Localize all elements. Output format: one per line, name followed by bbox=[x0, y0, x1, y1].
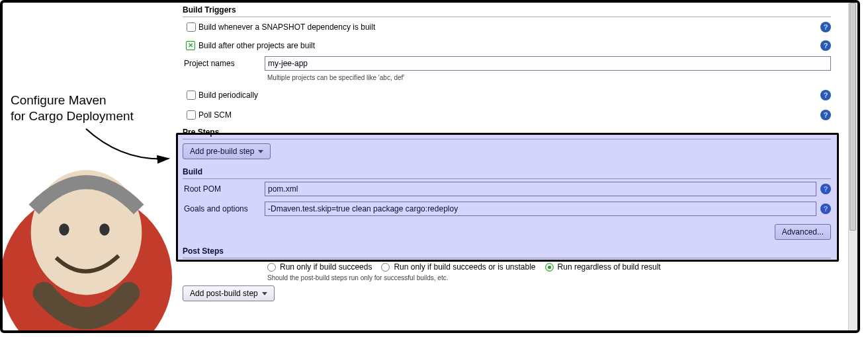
project-names-label: Project names bbox=[183, 59, 265, 68]
dropdown-caret-icon bbox=[262, 292, 267, 295]
add-pre-build-step-button[interactable]: Add pre-build step bbox=[183, 143, 271, 159]
help-icon[interactable]: ? bbox=[820, 184, 831, 194]
radio-icon bbox=[267, 263, 276, 272]
root-pom-input[interactable] bbox=[265, 182, 816, 196]
dropdown-caret-icon bbox=[258, 150, 263, 153]
annotation-label: Configure Maven for Cargo Deployment bbox=[11, 93, 134, 124]
help-icon[interactable]: ? bbox=[820, 90, 831, 100]
project-names-row: Project names bbox=[183, 54, 831, 73]
post-steps-radio-regardless[interactable]: Run regardless of build result bbox=[545, 262, 661, 272]
goals-input[interactable] bbox=[265, 202, 816, 216]
trigger-snapshot-label: Build whenever a SNAPSHOT dependency is … bbox=[198, 22, 816, 32]
annotation-line2: for Cargo Deployment bbox=[11, 108, 134, 124]
section-post-steps-title: Post Steps bbox=[183, 244, 831, 258]
trigger-after-projects-checkbox[interactable]: ✕ bbox=[186, 41, 195, 50]
post-steps-radio-regardless-label: Run regardless of build result bbox=[558, 262, 661, 272]
project-names-hint: Multiple projects can be specified like … bbox=[183, 73, 831, 85]
trigger-after-projects-label: Build after other projects are built bbox=[198, 41, 816, 50]
help-icon[interactable]: ? bbox=[820, 204, 831, 214]
annotation-line1: Configure Maven bbox=[11, 93, 134, 108]
trigger-pollscm-row: Poll SCM ? bbox=[183, 105, 831, 125]
post-steps-radio-succeeds-label: Run only if build succeeds bbox=[280, 262, 372, 272]
advanced-button-label: Advanced... bbox=[782, 227, 824, 237]
post-steps-hint: Should the post-build steps run only for… bbox=[183, 273, 831, 285]
post-steps-radio-unstable-label: Run only if build succeeds or is unstabl… bbox=[394, 262, 535, 272]
trigger-after-projects-row: ✕ Build after other projects are built ? bbox=[183, 37, 831, 54]
trigger-periodically-row: Build periodically ? bbox=[183, 85, 831, 105]
annotation-arrow-icon bbox=[83, 126, 182, 175]
post-steps-radio-unstable[interactable]: Run only if build succeeds or is unstabl… bbox=[381, 262, 535, 272]
section-pre-steps-title: Pre Steps bbox=[183, 125, 831, 139]
root-pom-label: Root POM bbox=[183, 184, 265, 194]
post-steps-radio-succeeds[interactable]: Run only if build succeeds bbox=[267, 262, 372, 272]
goals-row: Goals and options ? bbox=[183, 199, 831, 219]
goals-label: Goals and options bbox=[183, 204, 265, 213]
trigger-snapshot-row: Build whenever a SNAPSHOT dependency is … bbox=[183, 17, 831, 37]
add-post-build-step-label: Add post-build step bbox=[190, 289, 258, 298]
help-icon[interactable]: ? bbox=[820, 40, 831, 51]
trigger-periodically-checkbox[interactable] bbox=[187, 91, 196, 100]
trigger-pollscm-label: Poll SCM bbox=[198, 110, 816, 120]
trigger-snapshot-checkbox[interactable] bbox=[187, 22, 196, 32]
trigger-periodically-label: Build periodically bbox=[198, 91, 816, 100]
help-icon[interactable]: ? bbox=[820, 22, 831, 32]
section-build-title: Build bbox=[183, 165, 831, 179]
scrollbar-thumb[interactable] bbox=[849, 3, 856, 231]
add-pre-build-step-label: Add pre-build step bbox=[190, 147, 254, 156]
radio-icon bbox=[545, 263, 554, 272]
project-names-input[interactable] bbox=[265, 56, 831, 71]
scrollbar-track[interactable] bbox=[848, 3, 857, 330]
root-pom-row: Root POM ? bbox=[183, 179, 831, 199]
post-steps-radio-group: Run only if build succeeds Run only if b… bbox=[183, 258, 831, 273]
add-post-build-step-button[interactable]: Add post-build step bbox=[183, 285, 275, 301]
advanced-button[interactable]: Advanced... bbox=[775, 224, 831, 240]
help-icon[interactable]: ? bbox=[820, 110, 831, 120]
radio-icon bbox=[381, 263, 390, 272]
section-build-triggers-title: Build Triggers bbox=[183, 3, 831, 17]
trigger-pollscm-checkbox[interactable] bbox=[187, 110, 196, 120]
